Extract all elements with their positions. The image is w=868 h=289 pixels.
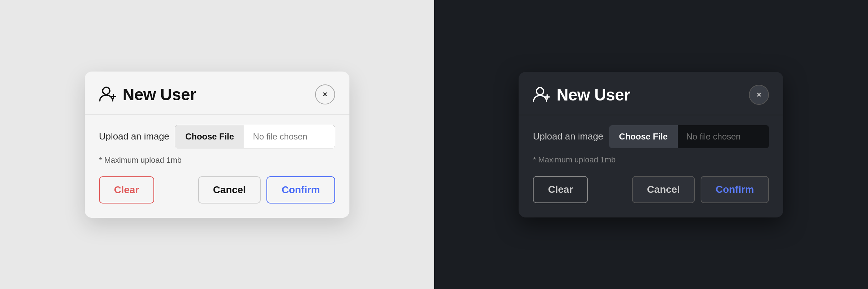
dark-modal: New User × Upload an image Choose File N… (519, 72, 783, 217)
svg-point-3 (536, 88, 544, 95)
max-upload-note-light: * Maximum upload 1mb (99, 156, 335, 165)
light-modal: New User × Upload an image Choose File N… (85, 72, 349, 218)
divider-light (85, 114, 349, 115)
choose-file-button-dark[interactable]: Choose File (609, 125, 678, 148)
choose-file-button-light[interactable]: Choose File (175, 125, 244, 148)
modal-title-light: New User (123, 85, 196, 104)
no-file-text-light: No file chosen (244, 125, 316, 148)
confirm-button-light[interactable]: Confirm (266, 176, 335, 204)
upload-label-light: Upload an image (99, 131, 170, 142)
modal-title-dark: New User (556, 85, 630, 104)
divider-dark (519, 115, 783, 115)
header-left-dark: New User (533, 85, 630, 104)
max-upload-note-dark: * Maximum upload 1mb (533, 155, 769, 165)
clear-button-light[interactable]: Clear (99, 176, 154, 204)
no-file-text-dark: No file chosen (678, 125, 749, 148)
light-panel: New User × Upload an image Choose File N… (0, 0, 434, 289)
cancel-button-dark[interactable]: Cancel (632, 176, 695, 203)
close-button-light[interactable]: × (315, 84, 335, 104)
confirm-button-dark[interactable]: Confirm (701, 176, 769, 203)
upload-row-dark: Upload an image Choose File No file chos… (533, 125, 769, 148)
clear-button-dark[interactable]: Clear (533, 176, 588, 203)
user-add-icon-dark (533, 85, 551, 104)
file-input-area-dark: Choose File No file chosen (609, 125, 769, 148)
action-row-dark: Clear Cancel Confirm (533, 176, 769, 203)
file-input-area-light: Choose File No file chosen (175, 125, 335, 148)
header-left-light: New User (99, 85, 196, 104)
cancel-button-light[interactable]: Cancel (198, 176, 261, 204)
upload-row-light: Upload an image Choose File No file chos… (99, 125, 335, 148)
dark-panel: New User × Upload an image Choose File N… (434, 0, 868, 289)
action-row-light: Clear Cancel Confirm (99, 176, 335, 204)
close-button-dark[interactable]: × (749, 85, 769, 105)
upload-label-dark: Upload an image (533, 131, 603, 142)
modal-header-light: New User × (99, 84, 335, 104)
user-add-icon (99, 85, 118, 104)
modal-header-dark: New User × (533, 85, 769, 105)
svg-point-0 (103, 87, 110, 94)
